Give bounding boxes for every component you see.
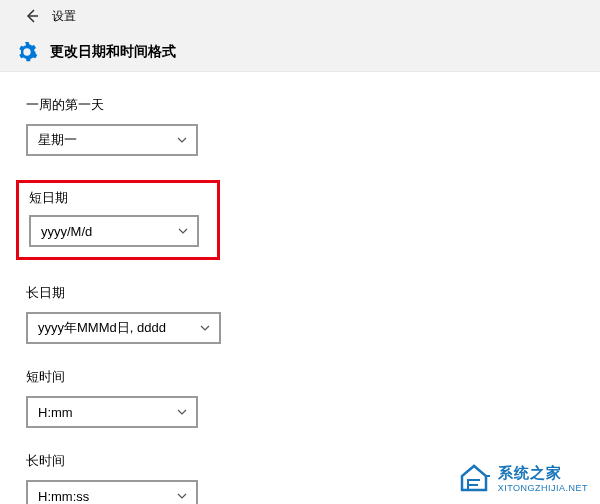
short-time-value: H:mm	[38, 405, 73, 420]
first-day-value: 星期一	[38, 131, 77, 149]
short-time-field: 短时间 H:mm	[26, 368, 600, 428]
watermark-logo-icon	[456, 460, 492, 496]
watermark-url: XITONGZHIJIA.NET	[498, 483, 588, 493]
header-top-bar: 设置	[0, 0, 600, 32]
short-date-value: yyyy/M/d	[41, 224, 92, 239]
app-name: 设置	[52, 8, 76, 25]
watermark-text: 系统之家 XITONGZHIJIA.NET	[498, 464, 588, 493]
watermark-title: 系统之家	[498, 464, 588, 483]
gear-icon	[16, 41, 38, 63]
chevron-down-icon	[177, 225, 189, 237]
short-time-dropdown[interactable]: H:mm	[26, 396, 198, 428]
header: 设置 更改日期和时间格式	[0, 0, 600, 72]
first-day-dropdown[interactable]: 星期一	[26, 124, 198, 156]
arrow-left-icon	[24, 8, 40, 24]
long-time-dropdown[interactable]: H:mm:ss	[26, 480, 198, 504]
watermark: 系统之家 XITONGZHIJIA.NET	[456, 460, 588, 496]
short-time-label: 短时间	[26, 368, 600, 386]
first-day-field: 一周的第一天 星期一	[26, 96, 600, 156]
chevron-down-icon	[176, 134, 188, 146]
short-date-label: 短日期	[29, 189, 207, 207]
long-time-value: H:mm:ss	[38, 489, 89, 504]
short-date-dropdown[interactable]: yyyy/M/d	[29, 215, 199, 247]
back-button[interactable]	[20, 4, 44, 28]
long-date-value: yyyy年MMMd日, dddd	[38, 319, 166, 337]
first-day-label: 一周的第一天	[26, 96, 600, 114]
content-area: 一周的第一天 星期一 短日期 yyyy/M/d 长日期 yyyy年MMMd日, …	[0, 72, 600, 504]
long-date-label: 长日期	[26, 284, 600, 302]
chevron-down-icon	[199, 322, 211, 334]
chevron-down-icon	[176, 406, 188, 418]
chevron-down-icon	[176, 490, 188, 502]
long-date-dropdown[interactable]: yyyy年MMMd日, dddd	[26, 312, 221, 344]
short-date-highlight: 短日期 yyyy/M/d	[16, 180, 220, 260]
header-main: 更改日期和时间格式	[0, 32, 600, 72]
page-title: 更改日期和时间格式	[50, 43, 176, 61]
long-date-field: 长日期 yyyy年MMMd日, dddd	[26, 284, 600, 344]
